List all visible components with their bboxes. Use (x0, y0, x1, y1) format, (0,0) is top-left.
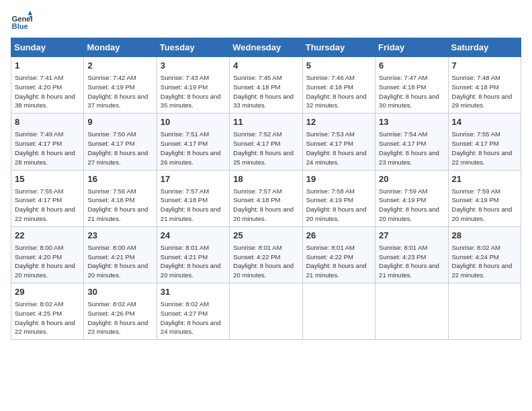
day-number: 5 (306, 60, 371, 72)
day-cell-24: 24Sunrise: 8:01 AMSunset: 4:21 PMDayligh… (157, 226, 229, 283)
day-cell-7: 7Sunrise: 7:48 AMSunset: 4:18 PMDaylight… (448, 57, 521, 113)
logo: General Blue (11, 11, 32, 32)
column-header-saturday: Saturday (448, 38, 521, 57)
day-cell-18: 18Sunrise: 7:57 AMSunset: 4:18 PMDayligh… (230, 170, 302, 226)
empty-cell (302, 283, 375, 340)
empty-cell (230, 283, 302, 340)
day-cell-27: 27Sunrise: 8:01 AMSunset: 4:23 PMDayligh… (375, 226, 448, 283)
day-info: Sunrise: 8:02 AMSunset: 4:25 PMDaylight:… (15, 300, 80, 336)
day-info: Sunrise: 8:00 AMSunset: 4:21 PMDaylight:… (87, 243, 152, 280)
calendar-body: 1Sunrise: 7:41 AMSunset: 4:20 PMDaylight… (11, 57, 521, 340)
day-cell-25: 25Sunrise: 8:01 AMSunset: 4:22 PMDayligh… (230, 226, 302, 283)
day-cell-17: 17Sunrise: 7:57 AMSunset: 4:18 PMDayligh… (157, 170, 229, 226)
day-number: 31 (161, 286, 226, 298)
day-number: 19 (306, 173, 371, 185)
column-header-friday: Friday (375, 38, 448, 57)
day-cell-29: 29Sunrise: 8:02 AMSunset: 4:25 PMDayligh… (11, 283, 84, 340)
day-cell-1: 1Sunrise: 7:41 AMSunset: 4:20 PMDaylight… (11, 57, 84, 113)
day-info: Sunrise: 7:54 AMSunset: 4:17 PMDaylight:… (379, 130, 444, 167)
logo-icon: General Blue (11, 11, 32, 32)
day-info: Sunrise: 7:48 AMSunset: 4:18 PMDaylight:… (452, 73, 517, 110)
day-number: 25 (233, 230, 298, 242)
day-cell-16: 16Sunrise: 7:56 AMSunset: 4:18 PMDayligh… (84, 170, 157, 226)
day-cell-13: 13Sunrise: 7:54 AMSunset: 4:17 PMDayligh… (375, 113, 448, 170)
day-cell-4: 4Sunrise: 7:45 AMSunset: 4:18 PMDaylight… (230, 57, 302, 113)
svg-text:General: General (12, 15, 32, 23)
day-cell-5: 5Sunrise: 7:46 AMSunset: 4:18 PMDaylight… (302, 57, 375, 113)
page-header: General Blue (11, 11, 521, 32)
column-header-sunday: Sunday (11, 38, 84, 57)
day-info: Sunrise: 8:01 AMSunset: 4:21 PMDaylight:… (161, 243, 226, 280)
column-header-thursday: Thursday (302, 38, 375, 57)
day-info: Sunrise: 8:01 AMSunset: 4:22 PMDaylight:… (306, 243, 371, 280)
day-number: 3 (161, 60, 226, 72)
day-cell-26: 26Sunrise: 8:01 AMSunset: 4:22 PMDayligh… (302, 226, 375, 283)
day-number: 4 (233, 60, 298, 72)
week-row-1: 1Sunrise: 7:41 AMSunset: 4:20 PMDaylight… (11, 57, 521, 113)
day-info: Sunrise: 7:41 AMSunset: 4:20 PMDaylight:… (15, 73, 80, 110)
day-info: Sunrise: 7:52 AMSunset: 4:17 PMDaylight:… (233, 130, 298, 167)
day-info: Sunrise: 7:59 AMSunset: 4:19 PMDaylight:… (452, 187, 517, 224)
week-row-3: 15Sunrise: 7:55 AMSunset: 4:17 PMDayligh… (11, 170, 521, 226)
day-info: Sunrise: 8:02 AMSunset: 4:26 PMDaylight:… (87, 300, 152, 336)
day-info: Sunrise: 8:00 AMSunset: 4:20 PMDaylight:… (15, 243, 80, 280)
svg-marker-2 (28, 11, 32, 15)
day-number: 21 (452, 173, 517, 185)
day-info: Sunrise: 7:49 AMSunset: 4:17 PMDaylight:… (15, 130, 80, 167)
day-number: 11 (233, 116, 298, 128)
day-info: Sunrise: 7:57 AMSunset: 4:18 PMDaylight:… (233, 187, 298, 224)
day-number: 20 (379, 173, 444, 185)
calendar-table: SundayMondayTuesdayWednesdayThursdayFrid… (11, 38, 521, 340)
day-number: 30 (87, 286, 152, 298)
day-number: 15 (15, 173, 80, 185)
day-number: 23 (87, 230, 152, 242)
column-header-monday: Monday (84, 38, 157, 57)
day-cell-6: 6Sunrise: 7:47 AMSunset: 4:18 PMDaylight… (375, 57, 448, 113)
day-number: 7 (452, 60, 517, 72)
day-number: 2 (87, 60, 152, 72)
day-number: 18 (233, 173, 298, 185)
empty-cell (448, 283, 521, 340)
day-number: 9 (87, 116, 152, 128)
day-info: Sunrise: 7:59 AMSunset: 4:19 PMDaylight:… (379, 187, 444, 224)
day-cell-28: 28Sunrise: 8:02 AMSunset: 4:24 PMDayligh… (448, 226, 521, 283)
day-number: 10 (161, 116, 226, 128)
column-header-wednesday: Wednesday (230, 38, 302, 57)
day-info: Sunrise: 7:43 AMSunset: 4:19 PMDaylight:… (161, 73, 226, 110)
day-info: Sunrise: 7:55 AMSunset: 4:17 PMDaylight:… (15, 187, 80, 224)
day-cell-2: 2Sunrise: 7:42 AMSunset: 4:19 PMDaylight… (84, 57, 157, 113)
day-cell-11: 11Sunrise: 7:52 AMSunset: 4:17 PMDayligh… (230, 113, 302, 170)
week-row-5: 29Sunrise: 8:02 AMSunset: 4:25 PMDayligh… (11, 283, 521, 340)
day-cell-10: 10Sunrise: 7:51 AMSunset: 4:17 PMDayligh… (157, 113, 229, 170)
day-cell-30: 30Sunrise: 8:02 AMSunset: 4:26 PMDayligh… (84, 283, 157, 340)
day-number: 16 (87, 173, 152, 185)
day-info: Sunrise: 7:53 AMSunset: 4:17 PMDaylight:… (306, 130, 371, 167)
day-number: 28 (452, 230, 517, 242)
day-info: Sunrise: 7:58 AMSunset: 4:19 PMDaylight:… (306, 187, 371, 224)
day-cell-21: 21Sunrise: 7:59 AMSunset: 4:19 PMDayligh… (448, 170, 521, 226)
day-cell-8: 8Sunrise: 7:49 AMSunset: 4:17 PMDaylight… (11, 113, 84, 170)
day-cell-20: 20Sunrise: 7:59 AMSunset: 4:19 PMDayligh… (375, 170, 448, 226)
day-info: Sunrise: 7:47 AMSunset: 4:18 PMDaylight:… (379, 73, 444, 110)
day-info: Sunrise: 8:01 AMSunset: 4:23 PMDaylight:… (379, 243, 444, 280)
day-info: Sunrise: 7:50 AMSunset: 4:17 PMDaylight:… (87, 130, 152, 167)
day-info: Sunrise: 7:56 AMSunset: 4:18 PMDaylight:… (87, 187, 152, 224)
day-number: 8 (15, 116, 80, 128)
day-number: 27 (379, 230, 444, 242)
day-info: Sunrise: 7:46 AMSunset: 4:18 PMDaylight:… (306, 73, 371, 110)
day-info: Sunrise: 7:51 AMSunset: 4:17 PMDaylight:… (161, 130, 226, 167)
day-cell-15: 15Sunrise: 7:55 AMSunset: 4:17 PMDayligh… (11, 170, 84, 226)
day-number: 6 (379, 60, 444, 72)
day-number: 29 (15, 286, 80, 298)
day-cell-12: 12Sunrise: 7:53 AMSunset: 4:17 PMDayligh… (302, 113, 375, 170)
day-number: 12 (306, 116, 371, 128)
svg-text:Blue: Blue (12, 22, 28, 30)
day-info: Sunrise: 7:42 AMSunset: 4:19 PMDaylight:… (87, 73, 152, 110)
day-number: 13 (379, 116, 444, 128)
column-header-tuesday: Tuesday (157, 38, 229, 57)
calendar-header-row: SundayMondayTuesdayWednesdayThursdayFrid… (11, 38, 521, 57)
day-info: Sunrise: 8:01 AMSunset: 4:22 PMDaylight:… (233, 243, 298, 280)
empty-cell (375, 283, 448, 340)
day-number: 14 (452, 116, 517, 128)
day-cell-31: 31Sunrise: 8:02 AMSunset: 4:27 PMDayligh… (157, 283, 229, 340)
